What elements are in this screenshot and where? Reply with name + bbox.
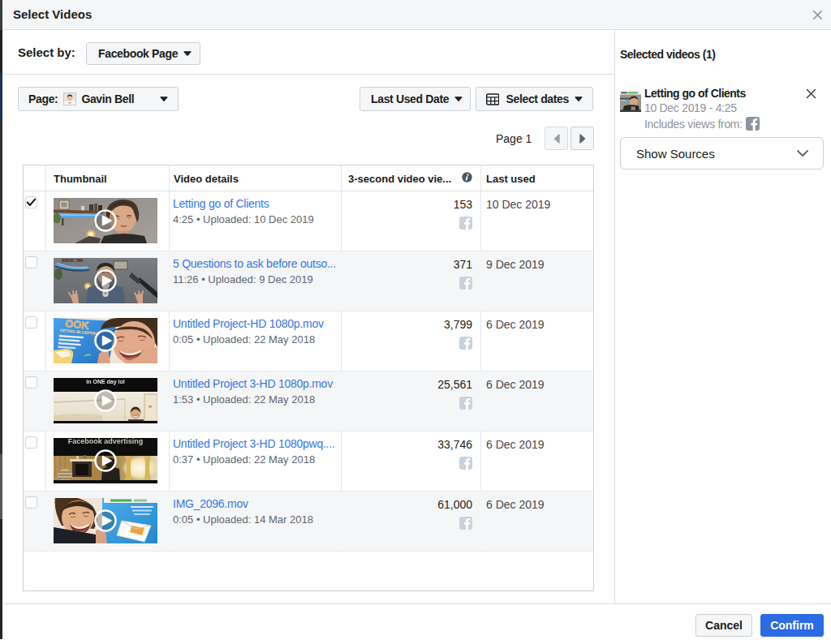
confirm-button[interactable]: Confirm <box>760 614 824 637</box>
views-cell: 153 <box>341 191 480 251</box>
video-title-link[interactable]: Letting go of Clients <box>173 197 341 211</box>
thumbnail-cell <box>45 251 169 311</box>
checkbox-cell <box>24 371 45 431</box>
show-sources-dropdown[interactable]: Show Sources <box>620 137 824 170</box>
row-checkbox-checked[interactable] <box>25 196 37 208</box>
views-cell: 61,000 <box>341 492 480 551</box>
video-thumbnail[interactable]: Facebook advertising <box>54 438 157 483</box>
includes-views-from: Includes views from: <box>644 117 760 131</box>
cancel-button[interactable]: Cancel <box>695 614 752 637</box>
checkbox-cell <box>24 492 45 551</box>
video-thumbnail[interactable]: OOK KETING BLUEPRINT <box>54 318 157 363</box>
panel-divider <box>614 30 615 603</box>
checkbox-cell <box>24 251 45 311</box>
last-used-cell: 6 Dec 2019 <box>480 431 593 491</box>
video-title-link[interactable]: IMG_2096.mov <box>173 497 341 511</box>
video-thumbnail[interactable] <box>54 258 157 303</box>
next-page-button[interactable] <box>571 127 594 150</box>
play-overlay-icon <box>96 271 116 291</box>
row-checkbox[interactable] <box>25 436 37 449</box>
selected-video-thumbnail <box>620 91 641 112</box>
thumbnail-cell: in ONE day lol <box>45 371 169 431</box>
play-overlay-icon <box>96 331 116 351</box>
views-cell: 33,746 <box>341 431 480 491</box>
video-meta: 1:53 • Uploaded: 22 May 2018 <box>173 393 341 406</box>
row-checkbox[interactable] <box>25 316 37 328</box>
select-dates-dropdown[interactable]: Select dates <box>476 87 593 111</box>
caret-left-icon <box>553 134 560 144</box>
page-label: Page: <box>28 92 58 105</box>
header-views-label: 3-second video vie... <box>348 173 451 185</box>
header-views: 3-second video vie... <box>341 165 480 191</box>
video-title-link[interactable]: 5 Questions to ask before outso... <box>173 257 341 271</box>
thumbnail-cell <box>45 492 169 551</box>
select-by-dropdown[interactable]: Facebook Page <box>86 42 200 65</box>
details-cell: 5 Questions to ask before outso... 11:26… <box>169 251 341 311</box>
header-checkbox-column <box>24 165 45 191</box>
videos-table: Thumbnail Video details 3-second video v… <box>23 165 594 591</box>
info-icon[interactable] <box>462 172 472 182</box>
close-icon[interactable] <box>812 10 823 20</box>
details-cell: IMG_2096.mov 0:05 • Uploaded: 14 Mar 201… <box>169 492 341 551</box>
header-last-used: Last used <box>480 165 593 191</box>
thumb-caption: in ONE day lol <box>86 379 125 385</box>
toolbar-divider <box>0 74 615 75</box>
video-thumbnail[interactable]: in ONE day lol <box>54 378 157 423</box>
page-behind-segment <box>0 30 2 73</box>
chevron-down-icon <box>797 150 808 157</box>
table-row: Letting go of Clients 4:25 • Uploaded: 1… <box>24 191 593 251</box>
header-video-details: Video details <box>169 165 341 191</box>
page-behind-segment <box>0 454 2 519</box>
show-sources-label: Show Sources <box>636 147 715 161</box>
row-checkbox[interactable] <box>25 256 37 268</box>
select-dates-label: Select dates <box>506 92 569 105</box>
views-count: 153 <box>341 198 472 211</box>
video-title-link[interactable]: Untitled Project-HD 1080p.mov <box>173 317 341 331</box>
video-thumbnail[interactable] <box>54 498 157 543</box>
table-row: Facebook advertising Untitled Project 3- <box>24 431 593 492</box>
sort-dropdown[interactable]: Last Used Date <box>360 87 471 111</box>
table-row: 5 Questions to ask before outso... 11:26… <box>24 251 593 311</box>
play-overlay-icon <box>96 511 116 531</box>
selected-video-subtitle: 10 Dec 2019 - 4:25 <box>644 101 737 114</box>
facebook-source-icon <box>459 397 472 410</box>
calendar-grid-icon <box>486 93 499 105</box>
facebook-source-icon <box>459 277 472 290</box>
views-count: 33,746 <box>341 438 472 451</box>
last-used-cell: 6 Dec 2019 <box>480 311 593 371</box>
views-count: 61,000 <box>341 498 472 511</box>
row-checkbox[interactable] <box>25 496 37 509</box>
sort-label: Last Used Date <box>371 92 449 105</box>
last-used-cell: 6 Dec 2019 <box>480 492 593 551</box>
header-thumbnail: Thumbnail <box>45 165 169 191</box>
page-behind-segment <box>0 519 2 639</box>
footer-divider <box>0 603 831 604</box>
video-title-link[interactable]: Untitled Project 3-HD 1080pwq.... <box>173 437 341 451</box>
details-cell: Untitled Project-HD 1080p.mov 0:05 • Upl… <box>169 311 341 371</box>
prev-page-button[interactable] <box>545 127 568 150</box>
video-meta: 0:05 • Uploaded: 22 May 2018 <box>173 333 341 346</box>
views-count: 371 <box>341 258 472 271</box>
video-meta: 4:25 • Uploaded: 10 Dec 2019 <box>173 213 341 226</box>
selected-video-title: Letting go of Clients <box>644 87 746 100</box>
page-indicator: Page 1 <box>496 132 532 145</box>
last-used-cell: 9 Dec 2019 <box>480 251 593 311</box>
caret-down-icon <box>160 97 168 101</box>
video-meta: 0:05 • Uploaded: 14 Mar 2018 <box>173 513 341 526</box>
views-count: 25,561 <box>341 378 472 391</box>
views-cell: 371 <box>341 251 480 311</box>
play-overlay-icon <box>96 451 116 471</box>
facebook-source-icon <box>459 337 472 350</box>
video-thumbnail[interactable] <box>54 198 157 243</box>
page-dropdown[interactable]: Page: Gavin Bell <box>18 87 179 111</box>
thumb-caption: Facebook advertising <box>68 438 144 445</box>
page-behind-segment <box>0 0 2 30</box>
row-checkbox[interactable] <box>25 376 37 389</box>
facebook-source-icon <box>459 217 472 230</box>
remove-selected-icon[interactable] <box>806 88 816 99</box>
page-behind-sliver <box>0 0 2 639</box>
cancel-label: Cancel <box>705 619 743 632</box>
video-title-link[interactable]: Untitled Project 3-HD 1080p.mov <box>173 377 341 391</box>
video-meta: 0:37 • Uploaded: 22 May 2018 <box>173 453 341 466</box>
select-by-label: Select by: <box>18 45 75 59</box>
